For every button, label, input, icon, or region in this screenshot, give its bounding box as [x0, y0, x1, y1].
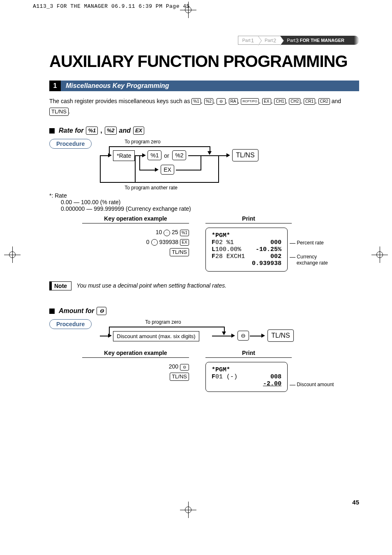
- label-or: or: [164, 152, 169, 159]
- flow-key-tlns: TL/NS: [232, 149, 258, 161]
- crop-mark-left: [4, 246, 21, 263]
- flow-key-minus: ⊖: [238, 331, 249, 341]
- keyop-header: Key operation example: [82, 215, 189, 223]
- key-cr2: CR2: [318, 98, 330, 105]
- breadcrumb: Part1 Part2 Part3 FOR THE MANAGER: [49, 36, 359, 45]
- keyop-row-3: TL/NS: [82, 247, 189, 257]
- node-discount: Discount amount (max. six digits): [113, 331, 199, 341]
- amount-subhead: Amount for ⊖: [49, 307, 359, 315]
- crop-mark-right: [371, 246, 388, 263]
- crop-mark-bottom: [180, 502, 196, 518]
- key-pct1-h: %1: [86, 127, 98, 135]
- breadcrumb-part3: Part3 FOR THE MANAGER: [280, 36, 352, 45]
- crop-mark-top: [180, 2, 196, 18]
- intro-text: The cash register provides miscellaneous…: [49, 97, 359, 106]
- keyop-key-tlns: TL/NS: [170, 248, 189, 256]
- label-to-zero: To program zero: [125, 139, 160, 145]
- flow-key-ex: EX: [161, 165, 174, 175]
- rate-receipt: *PGM* F02 %1000 L100.00%-10.25% F28 EXCH…: [205, 228, 288, 272]
- callout-percent: Percent rate: [290, 240, 324, 246]
- amount-receipt: *PGM* F01 (-)008 -2.00: [205, 362, 288, 392]
- note-text: You must use a decimal point when settin…: [76, 281, 226, 289]
- page-number: 45: [49, 499, 359, 506]
- key-cr1: CR1: [304, 98, 315, 105]
- print-header: Print: [205, 215, 292, 223]
- breadcrumb-part1: Part1: [238, 36, 258, 45]
- key-dot: ·: [164, 230, 170, 236]
- label-to-zero-2: To program zero: [145, 319, 181, 325]
- note-box: Note You must use a decimal point when s…: [49, 281, 359, 290]
- keyop2-key-tlns: TL/NS: [170, 373, 189, 381]
- key-ex: EX: [262, 98, 271, 105]
- amount-flow-diagram: To program zero Discount amount (max. si…: [100, 319, 297, 348]
- page-body: Part1 Part2 Part3 FOR THE MANAGER AUXILI…: [0, 11, 392, 522]
- key-ch1: CH1: [274, 98, 286, 105]
- keyop2-key-minus: ⊖: [180, 364, 189, 371]
- key-ex-h: EX: [133, 127, 144, 135]
- key-minus: ⊖: [217, 98, 226, 105]
- key-pct2-h: %2: [105, 127, 117, 135]
- keyop-key-pct1: %1: [180, 230, 189, 236]
- procedure-label: Procedure: [49, 139, 92, 149]
- key-dot2: ·: [151, 239, 158, 246]
- rate-subhead: Rate for %1, %2 and EX: [49, 127, 359, 135]
- note-label: Note: [49, 281, 71, 290]
- section-header: 1 Miscellaneous Key Programming: [49, 81, 359, 91]
- key-ch2: CH2: [289, 98, 300, 105]
- rate-range-1: 0.00 — 100.00 (% rate): [61, 199, 359, 205]
- label-to-another: To program another rate: [125, 185, 178, 191]
- flow-key-tlns-2: TL/NS: [267, 329, 293, 342]
- keyop-row-2: 0 · 939938 EX: [82, 237, 189, 247]
- callout-currency: Currency exchange rate: [290, 254, 328, 266]
- flow-key-pct2: %2: [172, 150, 186, 160]
- rate-note-star: *: Rate: [49, 192, 359, 199]
- print-header-2: Print: [205, 350, 292, 358]
- callout-discount: Discount amount: [290, 382, 334, 387]
- keyop-header-2: Key operation example: [82, 350, 189, 358]
- rate-flow-diagram: To program zero *Rate %1 or %2 TL/NS EX: [100, 139, 281, 188]
- keyop2-row-1: 200 ⊖: [82, 362, 189, 372]
- key-tlns: TL/NS: [49, 108, 69, 116]
- key-pct1: %1: [191, 98, 201, 105]
- key-ra: RA: [229, 98, 238, 105]
- rate-range-2: 0.000000 — 999.999999 (Currency exchange…: [61, 205, 359, 212]
- page-title: AUXILIARY FUNCTION PROGRAMMING: [49, 52, 359, 71]
- keyop-row-1: 10 · 25 %1: [82, 228, 189, 237]
- intro-tlns: TL/NS.: [49, 107, 359, 116]
- procedure-label-2: Procedure: [49, 319, 92, 329]
- key-pct2: %2: [204, 98, 213, 105]
- key-minus-h: ⊖: [97, 307, 106, 315]
- section-number: 1: [49, 81, 61, 91]
- keyop2-row-2: TL/NS: [82, 372, 189, 382]
- flow-key-pct1: %1: [148, 150, 161, 160]
- node-rate: *Rate: [113, 150, 135, 161]
- key-rcptpo: RCPT/PO: [241, 98, 259, 105]
- keyop-key-ex: EX: [180, 239, 189, 246]
- section-title: Miscellaneous Key Programming: [61, 81, 359, 91]
